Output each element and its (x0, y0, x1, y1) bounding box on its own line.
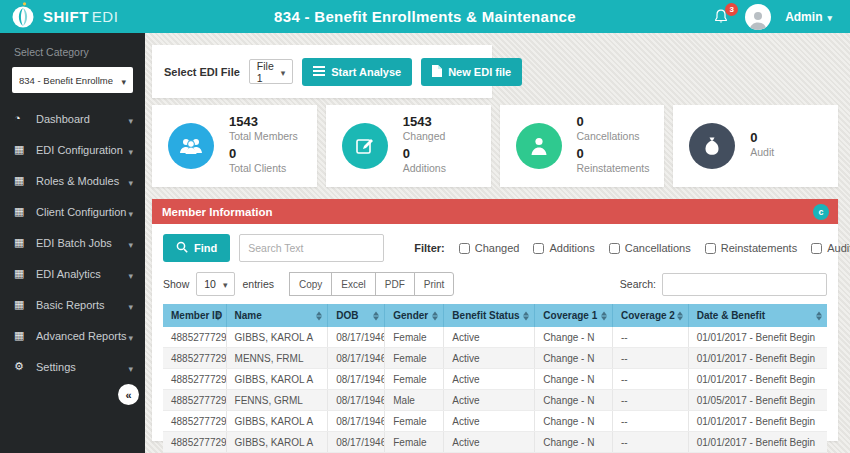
cell-name: GIBBS, KAROL A (226, 432, 328, 453)
cell-date-benefit: 01/01/2017 - Benefit Begin (688, 348, 827, 369)
table-row: 48852777290 GIBBS, KAROL A 08/17/1946 Fe… (163, 369, 827, 390)
stat-value: 1543 (403, 114, 446, 130)
sidebar-menu: ◔ Dashboard ▦ EDI Configuration ▦ Roles … (0, 103, 145, 382)
search-icon (176, 241, 188, 255)
sidebar-item[interactable]: ▦ Advanced Reports (0, 320, 145, 351)
table-search-input[interactable] (662, 273, 827, 296)
table-search: Search: (620, 273, 827, 296)
filter-checkbox-item[interactable]: Additions (533, 242, 594, 254)
export-button[interactable]: Copy (289, 272, 332, 296)
stat-label: Additions (403, 162, 446, 175)
cell-dob: 08/17/1946 (328, 411, 385, 432)
table-row: 48852777290 GIBBS, KAROL A 08/17/1946 Fe… (163, 327, 827, 348)
brand[interactable]: SHIFTEDI (0, 1, 145, 33)
stat-label: Changed (403, 130, 446, 143)
new-edi-file-button[interactable]: New EDI file (421, 58, 522, 86)
member-panel-header: Member Information c (152, 199, 838, 224)
top-header-bar: 834 - Benefit Enrollments & Maintenance … (0, 0, 850, 33)
cell-date-benefit: 01/01/2017 - Benefit Begin (688, 327, 827, 348)
filter-checkbox-item[interactable]: Cancellations (609, 242, 691, 254)
filter-checkbox-item[interactable]: Audits (811, 242, 850, 254)
gear-icon: ⚙ (14, 361, 27, 372)
stat-label: Audit (750, 146, 774, 159)
sidebar-item[interactable]: ▦ EDI Batch Jobs (0, 227, 145, 258)
sort-icon (677, 311, 683, 320)
table-column-header[interactable]: Gender (385, 304, 444, 327)
filter-checkbox[interactable] (459, 243, 470, 254)
filter-checkbox[interactable] (811, 243, 822, 254)
export-button[interactable]: Excel (331, 272, 375, 296)
stat-card-cancellations: 0 Cancellations 0 Reinstatements (500, 105, 665, 187)
table-column-header[interactable]: Coverage 2 (612, 304, 688, 327)
sidebar-item[interactable]: ▦ Roles & Modules (0, 165, 145, 196)
sidebar-item[interactable]: ◔ Dashboard (0, 103, 145, 134)
table-column-header[interactable]: Member ID (163, 304, 226, 327)
sidebar-item[interactable]: ⚙ Settings (0, 351, 145, 382)
caret-down-icon (121, 71, 126, 89)
table-row: 48852777290 GIBBS, KAROL A 08/17/1946 Fe… (163, 432, 827, 453)
cell-member-id: 48852777290 (163, 432, 226, 453)
cell-benefit-status: Active (444, 327, 535, 348)
panel-collapse-button[interactable]: c (813, 204, 829, 220)
stat-value: 1543 (229, 114, 298, 130)
find-row: Find Filter: Changed (163, 234, 827, 262)
sidebar-item[interactable]: ▦ EDI Analytics (0, 258, 145, 289)
caret-down-icon (223, 278, 228, 290)
chevron-down-icon (128, 234, 133, 252)
find-button[interactable]: Find (163, 234, 230, 262)
chevron-down-icon (128, 296, 133, 314)
page-size-select[interactable]: 10 (196, 272, 235, 296)
grid-icon: ▦ (14, 175, 27, 186)
main-content: Select EDI File File 1 Start Analyse New… (145, 33, 850, 453)
notifications-bell-icon[interactable]: 3 (713, 8, 731, 26)
filter-checkbox-item[interactable]: Changed (459, 242, 520, 254)
member-information-panel: Member Information c Find Filter: (152, 199, 838, 441)
sidebar-item[interactable]: ▦ EDI Configuration (0, 134, 145, 165)
category-select[interactable]: 834 - Benefit Enrollme (12, 67, 133, 93)
table-row: 48852777290 FENNS, GRML 08/17/1946 Male … (163, 390, 827, 411)
table-column-header[interactable]: Date & Benefit (688, 304, 827, 327)
edi-file-select-value: File 1 (257, 60, 274, 84)
cell-coverage-2: -- (612, 411, 688, 432)
entries-row: Show 10 entries Copy Excel PDF (163, 272, 827, 296)
sidebar-item[interactable]: ▦ Basic Reports (0, 289, 145, 320)
table-header-row: Member ID Name DOB (163, 304, 827, 327)
gauge-icon: ◔ (14, 113, 27, 124)
search-text-input[interactable] (239, 234, 384, 262)
table-column-header[interactable]: DOB (328, 304, 385, 327)
sidebar-collapse-button[interactable]: « (118, 384, 139, 405)
cell-name: MENNS, FRML (226, 348, 328, 369)
cell-gender: Female (385, 327, 444, 348)
entries-label: entries (242, 278, 274, 290)
chevron-down-icon (128, 172, 133, 190)
filter-checkbox[interactable] (609, 243, 620, 254)
filter-checkbox[interactable] (533, 243, 544, 254)
export-button[interactable]: Print (414, 272, 455, 296)
brand-logo-icon (10, 1, 36, 33)
caret-down-icon (281, 66, 286, 78)
sidebar-item[interactable]: ▦ Client Configurtion (0, 196, 145, 227)
avatar[interactable] (745, 4, 771, 30)
cell-coverage-1: Change - N (535, 390, 613, 411)
cell-coverage-2: -- (612, 327, 688, 348)
member-table: Member ID Name DOB (163, 304, 827, 453)
stat-card-members: 1543 Total Members 0 Total Clients (152, 105, 317, 187)
cell-gender: Female (385, 369, 444, 390)
table-column-header[interactable]: Benefit Status (444, 304, 535, 327)
grid-icon: ▦ (14, 330, 27, 341)
table-column-header[interactable]: Name (226, 304, 328, 327)
select-category-label: Select Category (0, 33, 145, 67)
cell-name: GIBBS, KAROL A (226, 411, 328, 432)
start-analyse-button[interactable]: Start Analyse (302, 58, 412, 86)
filter-checkbox-item[interactable]: Reinstatements (705, 242, 797, 254)
notification-count-badge: 3 (725, 3, 738, 16)
sort-icon (316, 311, 322, 320)
person-icon (516, 123, 562, 169)
edi-file-toolbar: Select EDI File File 1 Start Analyse New… (152, 45, 492, 98)
table-column-header[interactable]: Coverage 1 (535, 304, 613, 327)
filter-checkbox[interactable] (705, 243, 716, 254)
cell-gender: Female (385, 348, 444, 369)
user-menu[interactable]: Admin (785, 10, 832, 24)
export-button[interactable]: PDF (375, 272, 415, 296)
edi-file-select[interactable]: File 1 (249, 59, 293, 84)
